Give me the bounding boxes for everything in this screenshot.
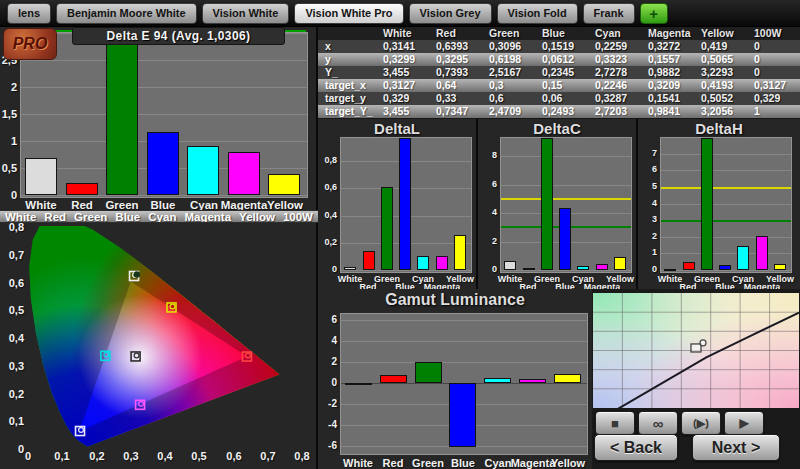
gridline [661, 237, 791, 238]
add-tab-button[interactable]: + [640, 3, 668, 24]
y-tick-label: 0,2 [324, 237, 337, 247]
selector-item-cyan[interactable]: Cyan [148, 211, 176, 223]
tab-vision-fold[interactable]: Vision Fold [497, 3, 578, 24]
table-column-header: Red [429, 27, 482, 40]
bar-yellow [614, 257, 626, 270]
table-row: target_y0,3290,330,60,060,32870,15410,50… [318, 92, 800, 105]
tab-vision-grey[interactable]: Vision Grey [409, 3, 492, 24]
selector-item-100w[interactable]: 100W [283, 211, 313, 223]
bar-yellow [774, 264, 786, 270]
white-point-panel: ■ ∞ (▶) ▶ < Back Next > [592, 289, 800, 469]
bar-blue [449, 383, 476, 447]
table-column-header: Green [482, 27, 535, 40]
gridline [501, 270, 631, 271]
bar-magenta [436, 256, 448, 270]
play-once-button[interactable]: (▶) [681, 411, 721, 435]
next-button[interactable]: Next > [692, 434, 780, 461]
table-row-label: target_x [318, 79, 376, 92]
table-cell: 0,329 [376, 92, 429, 105]
cie-gamut-svg [28, 226, 302, 448]
bar-white [504, 261, 516, 270]
table-row-label: y [318, 53, 376, 66]
loop-button[interactable]: ∞ [638, 411, 678, 435]
bar-yellow [554, 374, 581, 383]
table-cell: 2,7278 [588, 66, 641, 79]
table-cell: 0,6393 [429, 40, 482, 53]
bar-green [415, 362, 442, 383]
table-cell: 0,3287 [588, 92, 641, 105]
bar-white [664, 269, 676, 271]
table-column-header: Blue [535, 27, 588, 40]
gridline [341, 362, 587, 363]
table-cell: 2,5167 [482, 66, 535, 79]
bar-cyan [577, 266, 589, 270]
gamut-luminance-y-axis: 6420-2-4-6 [318, 313, 339, 455]
table-row-label: target_Y_ [318, 105, 376, 118]
cie-y-tick: 0,6 [9, 277, 24, 289]
x-category-label: Blue [451, 457, 475, 469]
gridline [661, 270, 791, 271]
delta-l-plot [340, 137, 472, 273]
table-cell: 0,2345 [535, 66, 588, 79]
table-row-label: x [318, 40, 376, 53]
cie-x-tick: 0,4 [157, 450, 172, 462]
table-cell: 3,2293 [694, 66, 747, 79]
table-cell: 2,7203 [588, 105, 641, 118]
bar-magenta [228, 152, 260, 195]
table-cell: 0,2493 [535, 105, 588, 118]
table-cell: 0,3127 [747, 79, 800, 92]
selector-item-yellow[interactable]: Yellow [239, 211, 275, 223]
table-cell: 0,4193 [694, 79, 747, 92]
cie-x-tick: 0,5 [191, 450, 206, 462]
tab-frank[interactable]: Frank [583, 3, 635, 24]
cie-x-tick: 0,8 [294, 450, 309, 462]
selector-item-blue[interactable]: Blue [115, 211, 140, 223]
table-cell: 0,6198 [482, 53, 535, 66]
table-cell: 0 [747, 53, 800, 66]
x-category-label: Magenta [511, 457, 556, 469]
tab-vision-white[interactable]: Vision White [202, 3, 290, 24]
gridline [661, 204, 791, 205]
cie-y-tick: 0,7 [9, 249, 24, 261]
y-tick-label: -6 [328, 440, 337, 451]
gridline [341, 320, 587, 321]
table-cell: 3,455 [376, 66, 429, 79]
y-tick-label: 0 [332, 264, 337, 274]
play-button[interactable]: ▶ [724, 411, 764, 435]
delta-h-title: DeltaH [638, 120, 800, 137]
tab-benjamin-moore-white[interactable]: Benjamin Moore White [56, 3, 197, 24]
bar-yellow [454, 235, 466, 270]
selector-item-green[interactable]: Green [74, 211, 107, 223]
table-cell: 0,3295 [429, 53, 482, 66]
y-tick-label: 0 [11, 189, 17, 201]
table-row: Y_3,4550,73932,51670,23452,72780,98823,2… [318, 66, 800, 79]
bar-cyan [484, 378, 511, 383]
cie-y-tick: 0,4 [9, 332, 24, 344]
cie-y-tick: 0,2 [9, 388, 24, 400]
cie-x-tick: 0,7 [260, 450, 275, 462]
bar-magenta [596, 264, 608, 270]
bar-white [345, 383, 372, 385]
gamut-luminance-title: Gamut Luminance [318, 291, 592, 309]
table-cell: 0,9882 [641, 66, 694, 79]
infinity-icon: ∞ [653, 415, 664, 432]
delta-h-plot [660, 137, 792, 273]
gamut-luminance-plot [340, 313, 588, 455]
color-selector-bar: WhiteRedGreenBlueCyanMagentaYellow100W [0, 210, 318, 223]
back-button[interactable]: < Back [594, 434, 678, 461]
gridline [21, 114, 307, 115]
table-cell: 3,455 [376, 105, 429, 118]
selector-item-magenta[interactable]: Magenta [184, 211, 231, 223]
bar-green [701, 138, 713, 270]
tab-bar: lensBenjamin Moore WhiteVision WhiteVisi… [0, 0, 800, 27]
selector-item-red[interactable]: Red [44, 211, 66, 223]
tab-vision-white-pro[interactable]: Vision White Pro [294, 3, 403, 24]
table-row-label: Y_ [318, 66, 376, 79]
table-header-row: WhiteRedGreenBlueCyanMagentaYellow100W [318, 27, 800, 40]
tab-lens[interactable]: lens [7, 3, 51, 24]
bar-red [66, 183, 98, 195]
y-tick-label: 4 [331, 335, 337, 346]
reference-line [661, 187, 791, 189]
cie-y-tick: 0,5 [9, 304, 24, 316]
stop-button[interactable]: ■ [595, 411, 635, 435]
